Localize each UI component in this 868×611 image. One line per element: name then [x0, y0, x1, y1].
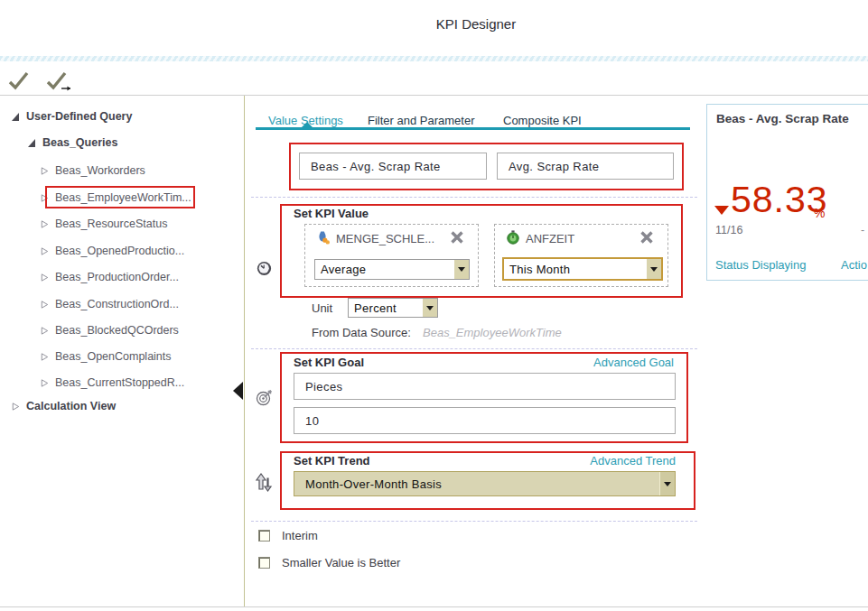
trend-basis-select[interactable]: Month-Over-Month Basis	[294, 471, 676, 496]
action-link[interactable]: Actio	[841, 258, 867, 272]
preview-title: Beas - Avg. Scrap Rate	[716, 112, 849, 125]
collapsed-triangle-icon	[40, 246, 49, 256]
section-separator	[251, 197, 697, 198]
collapsed-triangle-icon	[40, 273, 49, 282]
clock-icon	[257, 261, 272, 280]
tree-item-beas-constructionorder[interactable]: Beas_ConstructionOrd...	[40, 295, 179, 313]
tab-underline	[256, 127, 690, 130]
dropdown-arrow-icon[interactable]	[646, 259, 661, 279]
header-stripe-band	[0, 56, 868, 61]
tree-item-beas-workorders[interactable]: Beas_Workorders	[40, 162, 145, 180]
tree-item-beas-opencomplaints[interactable]: Beas_OpenComplaints	[40, 347, 172, 366]
tab-filter-and-parameter[interactable]: Filter and Parameter	[368, 114, 475, 127]
tree-item-beas-openedproduction[interactable]: Beas_OpenedProductio...	[40, 242, 184, 260]
section-separator	[251, 348, 697, 349]
tree-item-label[interactable]: Beas_OpenComplaints	[55, 350, 172, 363]
tree-item-label[interactable]: Beas_ProductionOrder...	[55, 271, 179, 283]
kpi-goal-header: Set KPI Goal	[294, 356, 364, 369]
tree-node-user-defined-query[interactable]: User-Defined Query	[11, 107, 132, 125]
kpi-designer-window: KPI Designer User-Defined Query Beas_Que…	[0, 0, 868, 611]
collapsed-triangle-icon	[40, 300, 49, 310]
remove-time-icon[interactable]	[639, 230, 654, 248]
stopwatch-icon	[506, 230, 520, 247]
data-source-value: Beas_EmployeeWorkTime	[423, 326, 562, 339]
measure-icon	[316, 230, 331, 247]
collapsed-triangle-icon	[11, 402, 20, 412]
page-title: KPI Designer	[386, 16, 566, 32]
panel-collapse-icon[interactable]	[233, 382, 243, 400]
target-icon	[256, 388, 274, 410]
dropdown-arrow-icon[interactable]	[659, 472, 675, 495]
toolbar	[0, 69, 868, 95]
tree-item-label[interactable]: Beas_ResourceStatus	[55, 218, 167, 230]
interim-label: Interim	[282, 529, 318, 542]
kpi-trend-header: Set KPI Trend	[294, 454, 370, 468]
kpi-name-input[interactable]: Beas - Avg. Scrap Rate	[299, 153, 487, 180]
confirm-check-icon[interactable]	[7, 70, 34, 94]
measure-field-name: MENGE_SCHLE...	[336, 232, 434, 245]
goal-value-input[interactable]: 10	[294, 407, 676, 434]
goal-unit-input[interactable]: Pieces	[294, 373, 676, 400]
tree-item-label[interactable]: Beas_ConstructionOrd...	[55, 298, 179, 310]
tree-node-label[interactable]: Calculation View	[26, 400, 116, 412]
kpi-value-header: Set KPI Value	[294, 207, 369, 220]
time-period-select[interactable]: This Month	[502, 257, 663, 281]
aggregation-selected-value: Average	[315, 263, 453, 276]
tree-item-label[interactable]: Beas_OpenedProductio...	[55, 245, 184, 257]
tree-item-beas-blockedqcorders[interactable]: Beas_BlockedQCOrders	[40, 321, 179, 339]
preview-kpi-unit: %	[814, 206, 825, 220]
aggregation-select[interactable]: Average	[314, 259, 470, 280]
data-source-label: From Data Source:	[312, 326, 411, 339]
status-displaying-link[interactable]: Status Displaying	[715, 258, 806, 272]
preview-date: 11/16	[715, 224, 742, 236]
dropdown-arrow-icon[interactable]	[453, 260, 469, 279]
trend-arrows-icon	[254, 471, 274, 496]
tree-item-label[interactable]: Beas_Workorders	[55, 164, 145, 177]
collapsed-triangle-icon	[40, 219, 49, 229]
preview-right-value: -	[861, 224, 864, 236]
kpi-preview-card: Beas - Avg. Scrap Rate 58.33 % 11/16 - S…	[706, 104, 868, 281]
page-bottom-divider	[0, 606, 868, 607]
tree-node-label[interactable]: Beas_Queries	[42, 136, 117, 149]
panel-divider	[244, 96, 245, 606]
tree-item-label[interactable]: Beas_BlockedQCOrders	[55, 324, 179, 337]
tree-item-beas-currentstopped[interactable]: Beas_CurrentStoppedR...	[40, 374, 184, 392]
unit-label: Unit	[312, 301, 332, 315]
expanded-triangle-icon	[27, 138, 36, 148]
unit-selected-value: Percent	[349, 301, 422, 315]
tree-item-label[interactable]: Beas_CurrentStoppedR...	[55, 376, 184, 389]
tree-item-beas-resourcestatus[interactable]: Beas_ResourceStatus	[40, 215, 167, 233]
collapsed-triangle-icon	[40, 326, 49, 336]
trend-down-icon	[714, 206, 729, 215]
toolbar-divider	[0, 95, 868, 96]
smaller-value-label: Smaller Value is Better	[282, 556, 400, 569]
tree-node-beas-queries[interactable]: Beas_Queries	[27, 134, 117, 152]
tab-composite-kpi[interactable]: Composite KPI	[503, 114, 582, 127]
interim-option[interactable]: Interim	[258, 529, 318, 542]
trend-basis-selected-value: Month-Over-Month Basis	[294, 477, 659, 491]
remove-measure-icon[interactable]	[450, 230, 464, 248]
dropdown-arrow-icon[interactable]	[422, 299, 437, 317]
collapsed-triangle-icon	[40, 166, 49, 176]
collapsed-triangle-icon	[40, 193, 49, 203]
tree-item-beas-employeeworktime[interactable]: Beas_EmployeeWorkTim...	[40, 189, 191, 207]
smaller-value-checkbox[interactable]	[258, 557, 270, 569]
advanced-goal-link[interactable]: Advanced Goal	[560, 356, 674, 369]
kpi-short-name-input[interactable]: Avg. Scrap Rate	[497, 153, 674, 180]
expanded-triangle-icon	[11, 112, 20, 122]
interim-checkbox[interactable]	[258, 530, 270, 542]
tree-node-label[interactable]: User-Defined Query	[26, 110, 132, 123]
collapsed-triangle-icon	[40, 378, 49, 388]
section-separator	[251, 521, 697, 522]
confirm-and-next-check-icon[interactable]	[45, 70, 72, 94]
time-period-selected-value: This Month	[504, 263, 646, 276]
advanced-trend-link[interactable]: Advanced Trend	[560, 454, 676, 468]
unit-select[interactable]: Percent	[348, 298, 438, 318]
tree-item-beas-productionorder[interactable]: Beas_ProductionOrder...	[40, 268, 179, 286]
tree-node-calculation-view[interactable]: Calculation View	[11, 397, 116, 415]
smaller-value-option[interactable]: Smaller Value is Better	[258, 556, 400, 569]
time-field-name: ANFZEIT	[526, 232, 574, 245]
collapsed-triangle-icon	[40, 352, 49, 362]
tree-item-label[interactable]: Beas_EmployeeWorkTim...	[55, 191, 191, 204]
